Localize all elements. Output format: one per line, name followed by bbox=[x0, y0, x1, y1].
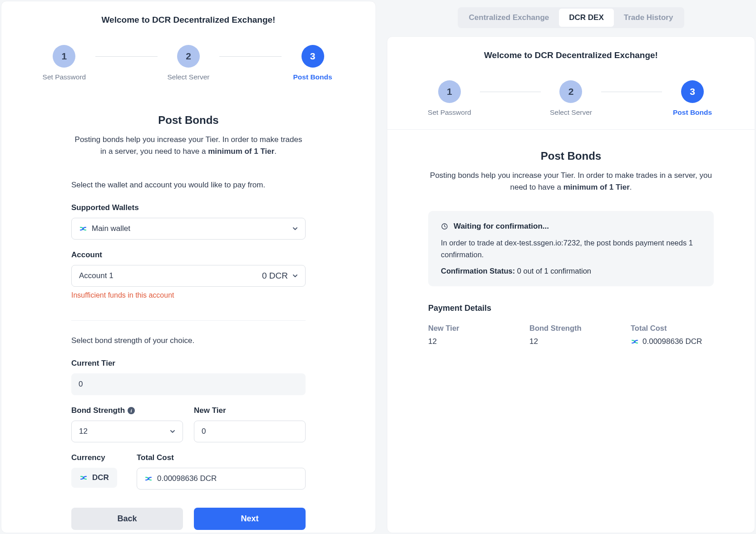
detail-new-tier-value: 12 bbox=[428, 337, 511, 346]
back-button[interactable]: Back bbox=[71, 508, 183, 530]
step-1-label: Set Password bbox=[428, 108, 471, 117]
account-value: Account 1 bbox=[79, 271, 114, 280]
supported-wallets-label: Supported Wallets bbox=[71, 203, 306, 212]
wallet-select[interactable]: Main wallet bbox=[71, 218, 306, 240]
confirmation-status: Confirmation Status: 0 out of 1 confirma… bbox=[441, 267, 701, 275]
account-select[interactable]: Account 1 0 DCR bbox=[71, 265, 306, 287]
chevron-down-icon bbox=[170, 429, 175, 434]
step-2-circle: 2 bbox=[559, 80, 582, 103]
section-subtitle-bold: minimum of 1 Tier bbox=[563, 183, 630, 191]
wallet-select-prompt: Select the wallet and account you would … bbox=[71, 181, 306, 190]
step-2-circle: 2 bbox=[177, 45, 200, 68]
new-tier-input[interactable]: 0 bbox=[194, 421, 306, 442]
account-error: Insufficient funds in this account bbox=[71, 291, 306, 299]
dcr-icon bbox=[79, 474, 88, 482]
welcome-title: Welcome to DCR Decentralized Exchange! bbox=[15, 15, 362, 25]
currency-pill: DCR bbox=[71, 468, 117, 488]
account-balance: 0 DCR bbox=[262, 271, 288, 281]
current-tier-field: 0 bbox=[71, 373, 306, 395]
payment-details-title: Payment Details bbox=[428, 304, 714, 313]
wallet-value: Main wallet bbox=[92, 224, 130, 233]
detail-new-tier-label: New Tier bbox=[428, 324, 511, 333]
step-2-label: Select Server bbox=[167, 73, 209, 81]
section-subtitle: Posting bonds help you increase your Tie… bbox=[428, 170, 714, 193]
bond-strength-value: 12 bbox=[79, 427, 88, 436]
welcome-title: Welcome to DCR Decentralized Exchange! bbox=[401, 50, 741, 60]
step-line bbox=[601, 92, 662, 92]
step-3-label: Post Bonds bbox=[673, 108, 712, 117]
step-line bbox=[219, 56, 282, 57]
currency-label: Currency bbox=[71, 453, 126, 462]
section-subtitle-punct: . bbox=[274, 147, 277, 156]
step-line bbox=[480, 92, 541, 92]
dcr-icon bbox=[144, 475, 153, 483]
stepper: 1 Set Password 2 Select Server 3 Post Bo… bbox=[15, 45, 362, 81]
confirmation-heading: Waiting for confirmation... bbox=[454, 222, 549, 231]
bond-strength-label: Bond Strength i bbox=[71, 406, 183, 415]
bond-strength-label-text: Bond Strength bbox=[71, 406, 125, 415]
tab-trade-history[interactable]: Trade History bbox=[614, 9, 683, 27]
step-3-label: Post Bonds bbox=[293, 73, 332, 81]
chevron-down-icon bbox=[292, 273, 298, 279]
step-1-circle: 1 bbox=[53, 45, 75, 68]
tab-centralized-exchange[interactable]: Centralized Exchange bbox=[459, 9, 559, 27]
total-cost-value: 0.00098636 DCR bbox=[157, 474, 217, 483]
info-icon[interactable]: i bbox=[128, 407, 135, 414]
bond-strength-prompt: Select bond strength of your choice. bbox=[71, 336, 306, 345]
step-2-label: Select Server bbox=[550, 108, 592, 117]
detail-total-cost-text: 0.00098636 DCR bbox=[642, 337, 702, 346]
account-label: Account bbox=[71, 250, 306, 260]
detail-total-cost-label: Total Cost bbox=[631, 324, 714, 333]
dcr-icon bbox=[79, 225, 87, 233]
post-bonds-form-card: Welcome to DCR Decentralized Exchange! 1… bbox=[1, 1, 376, 533]
payment-details-row: New Tier 12 Bond Strength 12 Total Cost bbox=[428, 324, 714, 346]
current-tier-value: 0 bbox=[79, 380, 83, 389]
detail-total-cost-value: 0.00098636 DCR bbox=[631, 337, 714, 346]
section-title: Post Bonds bbox=[71, 114, 306, 127]
chevron-down-icon bbox=[292, 226, 298, 231]
section-title: Post Bonds bbox=[428, 150, 714, 162]
total-cost-field: 0.00098636 DCR bbox=[137, 468, 306, 490]
post-bonds-confirmation-card: Welcome to DCR Decentralized Exchange! 1… bbox=[387, 36, 755, 533]
stepper: 1 Set Password 2 Select Server 3 Post Bo… bbox=[401, 80, 741, 117]
section-subtitle: Posting bonds help you increase your Tie… bbox=[71, 134, 306, 157]
clock-icon bbox=[441, 223, 448, 230]
new-tier-value: 0 bbox=[202, 427, 206, 436]
section-subtitle-bold: minimum of 1 Tier bbox=[208, 147, 274, 156]
exchange-tabs: Centralized Exchange DCR DEX Trade Histo… bbox=[458, 7, 685, 28]
section-subtitle-punct: . bbox=[630, 183, 632, 191]
confirmation-text: In order to trade at dex-test.ssgen.io:7… bbox=[441, 237, 701, 260]
detail-bond-strength-label: Bond Strength bbox=[529, 324, 613, 333]
bond-strength-select[interactable]: 12 bbox=[71, 421, 183, 442]
divider bbox=[71, 320, 306, 321]
confirmation-status-label: Confirmation Status: bbox=[441, 267, 517, 275]
step-line bbox=[95, 56, 158, 57]
step-1-circle: 1 bbox=[438, 80, 461, 103]
tab-dcr-dex[interactable]: DCR DEX bbox=[559, 9, 614, 27]
next-button[interactable]: Next bbox=[194, 508, 306, 530]
dcr-icon bbox=[631, 338, 639, 346]
step-3-circle: 3 bbox=[301, 45, 324, 68]
step-3-circle: 3 bbox=[681, 80, 704, 103]
step-1-label: Set Password bbox=[43, 73, 86, 81]
total-cost-label: Total Cost bbox=[137, 453, 306, 462]
confirmation-box: Waiting for confirmation... In order to … bbox=[428, 211, 714, 286]
detail-bond-strength-value: 12 bbox=[529, 337, 613, 346]
new-tier-label: New Tier bbox=[194, 406, 306, 415]
confirmation-status-value: 0 out of 1 confirmation bbox=[517, 267, 591, 275]
currency-value: DCR bbox=[92, 473, 109, 482]
current-tier-label: Current Tier bbox=[71, 359, 306, 368]
